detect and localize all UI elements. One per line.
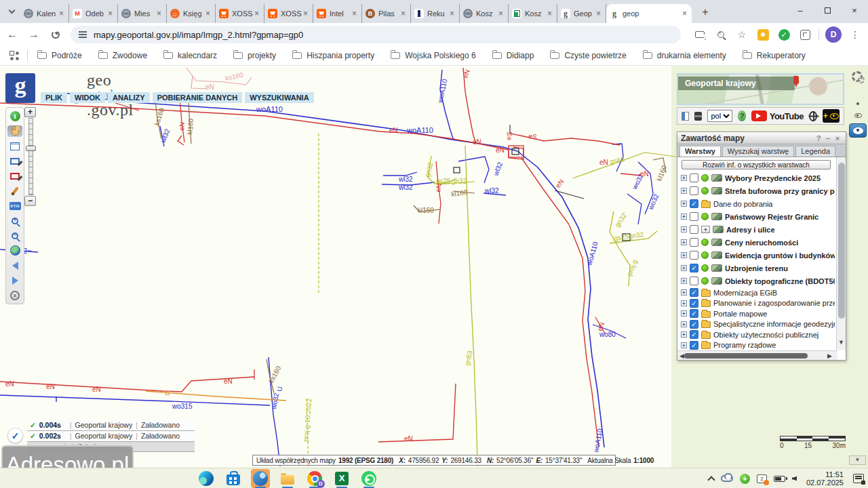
zoom-out-tool-button[interactable]: −	[7, 230, 22, 241]
taskbar-chrome-button[interactable]: D	[305, 469, 324, 488]
panel-tab[interactable]: Legenda	[795, 146, 835, 157]
layer-row[interactable]: Programy rządowe	[677, 340, 835, 351]
layer-checkbox[interactable]	[690, 277, 698, 285]
layer-row[interactable]: Specjalistyczne informacje geodezyjne	[677, 319, 835, 330]
expand-plus-icon[interactable]	[681, 278, 687, 284]
expand-plus-icon[interactable]	[681, 226, 687, 232]
layer-row[interactable]: Uzbrojenie terenu	[677, 262, 835, 274]
layer-row[interactable]: Portale mapowe	[677, 308, 835, 319]
panel-help-button[interactable]: ?	[814, 134, 823, 142]
layer-row[interactable]: Wybory Prezydenckie 2025	[677, 171, 835, 184]
layer-checkbox[interactable]	[690, 238, 698, 247]
expand-plus-icon[interactable]	[681, 214, 687, 220]
zoom-slider-plus-button[interactable]: +	[24, 107, 36, 117]
zoom-in-tool-button[interactable]: +	[7, 215, 22, 226]
horizontal-scrollbar[interactable]: ◀ ▶	[677, 350, 837, 360]
layer-row[interactable]: Strefa buforowa przy granicy polsko-biał…	[677, 184, 835, 197]
layer-row[interactable]: Obiekty topograficzne (BDOT500)	[677, 274, 835, 287]
layer-checkbox[interactable]	[690, 330, 698, 339]
layer-checkbox[interactable]	[690, 320, 698, 329]
expand-plus-icon[interactable]	[681, 175, 687, 181]
layer-row[interactable]: Adresy i ulice	[677, 223, 835, 236]
layer-row[interactable]: Ceny nieruchomości	[677, 236, 835, 249]
taskbar-edge-button[interactable]	[197, 469, 216, 488]
panel-tab[interactable]: Wyszukaj warstwę	[722, 146, 794, 157]
layer-checkbox[interactable]	[690, 251, 698, 260]
full-extent-button[interactable]	[7, 245, 22, 256]
layer-row[interactable]: Dane do pobrania	[677, 197, 835, 210]
menu-item[interactable]: PLIK	[41, 92, 67, 103]
scroll-left-icon[interactable]: ◀	[679, 352, 684, 359]
expand-all-layers-button[interactable]: Rozwiń inf. o wszystkich warstwach	[682, 160, 831, 169]
geoportal-logo[interactable]: g	[5, 73, 35, 103]
tab-close-icon[interactable]: ×	[681, 9, 688, 18]
draw-tool-button[interactable]	[7, 185, 22, 197]
loaded-check-badge[interactable]: ✓	[7, 428, 23, 443]
taskbar-store-button[interactable]	[224, 469, 243, 488]
legend-window-icon[interactable]	[682, 112, 689, 121]
expand-plus-icon[interactable]	[681, 201, 687, 207]
zoom-slider-thumb[interactable]	[26, 146, 36, 151]
accessibility-eye-button[interactable]: +	[823, 109, 840, 123]
tray-chevron-icon[interactable]	[707, 476, 715, 483]
notification-center-icon[interactable]	[853, 474, 864, 483]
vertical-scrollbar[interactable]: ▼	[836, 157, 846, 350]
settings-gears-icon[interactable]	[850, 70, 865, 83]
zoom-slider-track[interactable]	[28, 118, 33, 195]
taskbar-excel-button[interactable]: X	[332, 469, 351, 488]
window-badge-icon[interactable]: 2	[757, 474, 767, 483]
layer-row[interactable]: Państwowy Rejestr Granic	[677, 210, 835, 223]
expand-plus-icon[interactable]	[681, 321, 687, 327]
attribute-table-button[interactable]	[7, 140, 22, 152]
sms-icon[interactable]: sms	[694, 112, 702, 121]
expand-plus-icon[interactable]	[681, 252, 687, 258]
clear-selection-button[interactable]: ×	[7, 289, 22, 301]
scroll-right-icon[interactable]: ▶	[827, 352, 832, 359]
menu-item[interactable]: POBIERANIE DANYCH	[153, 92, 243, 103]
antivirus-icon[interactable]: +	[740, 474, 750, 484]
taskbar-explorer-button[interactable]	[278, 469, 297, 488]
layer-checkbox[interactable]	[690, 341, 698, 350]
layer-checkbox[interactable]	[690, 288, 698, 297]
pan-tool-button[interactable]	[7, 125, 22, 137]
help-icon[interactable]: ?	[738, 110, 745, 121]
layer-checkbox[interactable]	[690, 299, 698, 308]
expand-plus-icon[interactable]	[681, 239, 687, 245]
select-rectangle-button[interactable]	[7, 155, 22, 167]
expand-plus-icon[interactable]	[681, 331, 687, 338]
layer-row[interactable]: Modernizacja EGiB	[677, 287, 835, 298]
expand-plus-icon[interactable]	[681, 265, 687, 271]
scrollbar-thumb[interactable]	[838, 163, 845, 319]
expand-plus-icon[interactable]	[681, 289, 687, 296]
small-eye-icon[interactable]	[854, 113, 862, 118]
taskbar-clock[interactable]: 11:51 02.07.2025	[806, 470, 844, 487]
language-select[interactable]: pol	[707, 110, 732, 122]
identify-tool-button[interactable]: i	[7, 110, 22, 122]
menu-item[interactable]: WYSZUKIWANIA	[245, 92, 313, 103]
expand-plus-icon[interactable]	[681, 310, 687, 317]
battery-icon[interactable]	[774, 476, 785, 482]
taskbar-whatsapp-button[interactable]	[359, 469, 378, 488]
browser-tab[interactable]: geop ×	[606, 4, 692, 23]
scrollbar-thumb[interactable]	[684, 353, 808, 359]
panel-header[interactable]: Zawartość mapy ? ‒ ×	[677, 132, 846, 144]
layer-checkbox[interactable]	[690, 186, 698, 195]
layer-checkbox[interactable]	[690, 212, 698, 221]
expand-plus-icon[interactable]	[681, 342, 687, 348]
wheel-icon[interactable]	[809, 111, 817, 121]
layer-row[interactable]: Ewidencja gruntów i budynków	[677, 249, 835, 262]
taskbar-thunderbird-button[interactable]	[251, 469, 270, 488]
erase-rectangle-button[interactable]	[7, 170, 22, 182]
panel-minimize-button[interactable]: ‒	[823, 134, 833, 142]
next-view-button[interactable]	[7, 274, 22, 286]
onedrive-icon[interactable]	[721, 475, 733, 482]
previous-view-button[interactable]	[7, 260, 22, 271]
expand-plus-icon[interactable]	[681, 300, 687, 306]
expand-plus-icon[interactable]	[681, 188, 687, 194]
layer-checkbox[interactable]	[690, 225, 698, 234]
scroll-down-icon[interactable]: ▼	[838, 339, 844, 346]
layer-row[interactable]: Planowanie i zagospodarowanie przestrzen…	[677, 298, 835, 309]
visibility-toggle-button[interactable]	[849, 123, 867, 138]
speaker-icon[interactable]	[792, 476, 797, 481]
zoom-slider-minus-button[interactable]: −	[24, 196, 36, 206]
